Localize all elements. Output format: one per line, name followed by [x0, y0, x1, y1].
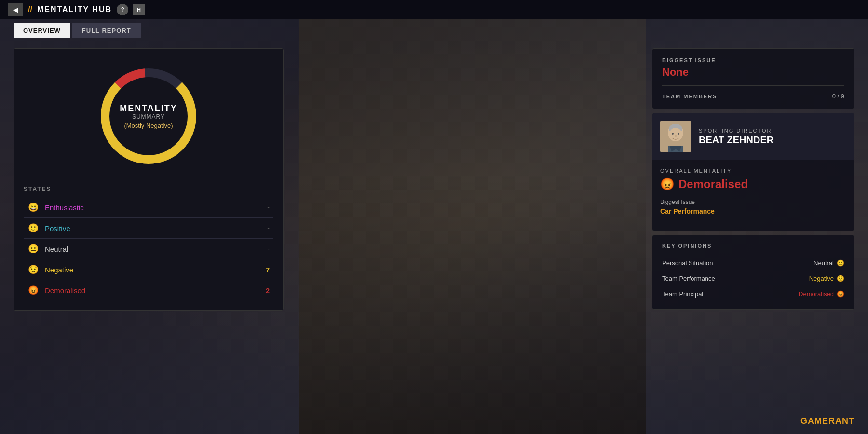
state-row-demoralised: 😡 Demoralised 2: [24, 280, 273, 300]
opinion-value-team-perf: Negative 😟: [809, 275, 844, 282]
key-opinions-title: KEY OPINIONS: [662, 243, 844, 249]
positive-icon: 🙂: [27, 223, 39, 233]
donut-center: MENTALITY SUMMARY (Mostly Negative): [120, 103, 177, 129]
enthusiastic-icon: 😄: [27, 202, 39, 213]
person-name-text: BEAT ZEHNDER: [699, 135, 773, 145]
person-role: Sporting Director: [699, 128, 773, 134]
svg-point-8: [678, 133, 679, 135]
team-members-row: TEAM MEMBERS 0 / 9: [662, 85, 844, 100]
opinion-text-team-perf: Negative: [809, 275, 834, 282]
donut-main-label: MENTALITY: [120, 103, 177, 113]
watermark-prefix: GAME: [800, 416, 828, 426]
help-button[interactable]: ?: [117, 4, 128, 15]
person-avatar: [660, 121, 691, 152]
opinion-text-personal: Neutral: [814, 259, 834, 267]
left-panel: MENTALITY SUMMARY (Mostly Negative) STAT…: [14, 48, 284, 311]
state-name-positive: Positive: [45, 224, 262, 232]
state-name-enthusiastic: Enthusiastic: [45, 203, 262, 212]
tab-bar: OVERVIEW FULL REPORT: [14, 23, 141, 38]
state-name-demoralised: Demoralised: [45, 286, 262, 295]
biggest-issue-value: None: [662, 66, 844, 79]
state-row-negative: 😟 Negative 7: [24, 259, 273, 280]
opinion-text-team-principal: Demoralised: [799, 290, 834, 298]
opinion-row-team-principal: Team Principal Demoralised 😡: [662, 286, 844, 301]
page-title: MENTALITY HUB: [37, 5, 112, 14]
person-header: Sporting Director BEAT ZEHNDER: [652, 113, 854, 160]
state-row-positive: 🙂 Positive -: [24, 218, 273, 239]
office-background: [299, 0, 646, 434]
opinion-value-personal: Neutral 😐: [814, 259, 844, 267]
opinion-value-team-principal: Demoralised 😡: [799, 290, 844, 298]
biggest-issue-label: BIGGEST ISSUE: [662, 57, 844, 63]
tab-overview[interactable]: OVERVIEW: [14, 23, 70, 38]
svg-point-7: [672, 133, 674, 135]
person-biggest-issue-value: Car Performance: [660, 207, 846, 215]
states-title: STATES: [24, 186, 273, 192]
opinion-row-team-perf: Team Performance Negative 😟: [662, 271, 844, 286]
breadcrumb-separator: //: [28, 5, 32, 14]
back-button[interactable]: ◀: [8, 3, 23, 16]
watermark-suffix: RANT: [828, 416, 854, 426]
opinion-label-personal: Personal Situation: [662, 259, 713, 267]
state-row-enthusiastic: 😄 Enthusiastic -: [24, 197, 273, 218]
overall-mentality-label: OVERALL MENTALITY: [660, 168, 846, 174]
person-body: OVERALL MENTALITY 😡 Demoralised Biggest …: [652, 160, 854, 231]
watermark: GAMERANT: [800, 416, 854, 426]
opinion-row-personal: Personal Situation Neutral 😐: [662, 256, 844, 271]
state-count-positive: -: [262, 224, 270, 232]
state-count-neutral: -: [262, 245, 270, 253]
donut-chart-container: MENTALITY SUMMARY (Mostly Negative): [24, 58, 273, 174]
opinion-emoji-personal: 😐: [837, 259, 844, 267]
avatar-svg: [660, 121, 691, 152]
top-bar: ◀ // MENTALITY HUB ? H: [0, 0, 868, 19]
donut-sub-label: SUMMARY: [120, 113, 177, 120]
team-members-count: 0 / 9: [832, 93, 844, 100]
right-panel: BIGGEST ISSUE None TEAM MEMBERS 0 / 9: [652, 48, 854, 310]
state-name-neutral: Neutral: [45, 245, 262, 253]
opinion-label-team-principal: Team Principal: [662, 290, 703, 298]
person-name: BEAT ZEHNDER: [699, 135, 773, 146]
overall-mentality-text: Demoralised: [678, 177, 748, 191]
tab-full-report[interactable]: FULL REPORT: [72, 23, 141, 38]
negative-icon: 😟: [27, 264, 39, 275]
state-count-negative: 7: [262, 266, 270, 274]
svg-point-9: [675, 135, 677, 137]
overall-mentality-emoji: 😡: [660, 177, 675, 191]
opinion-emoji-team-principal: 😡: [837, 290, 844, 298]
donut-status-label: (Mostly Negative): [120, 122, 177, 129]
demoralised-icon: 😡: [27, 285, 39, 296]
person-info: Sporting Director BEAT ZEHNDER: [699, 128, 773, 146]
person-biggest-issue-label: Biggest Issue: [660, 199, 846, 205]
state-row-neutral: 😐 Neutral -: [24, 239, 273, 259]
state-count-enthusiastic: -: [262, 203, 270, 211]
neutral-icon: 😐: [27, 244, 39, 254]
state-name-negative: Negative: [45, 266, 262, 274]
opinion-emoji-team-perf: 😟: [837, 275, 844, 282]
overall-mentality-value: 😡 Demoralised: [660, 177, 846, 191]
team-members-label: TEAM MEMBERS: [662, 94, 717, 99]
biggest-issue-card: BIGGEST ISSUE None TEAM MEMBERS 0 / 9: [652, 48, 854, 109]
hub-button[interactable]: H: [133, 4, 145, 15]
opinion-label-team-perf: Team Performance: [662, 275, 715, 282]
state-count-demoralised: 2: [262, 286, 270, 295]
key-opinions-card: KEY OPINIONS Personal Situation Neutral …: [652, 235, 854, 310]
person-card: Sporting Director BEAT ZEHNDER OVERALL M…: [652, 113, 854, 231]
